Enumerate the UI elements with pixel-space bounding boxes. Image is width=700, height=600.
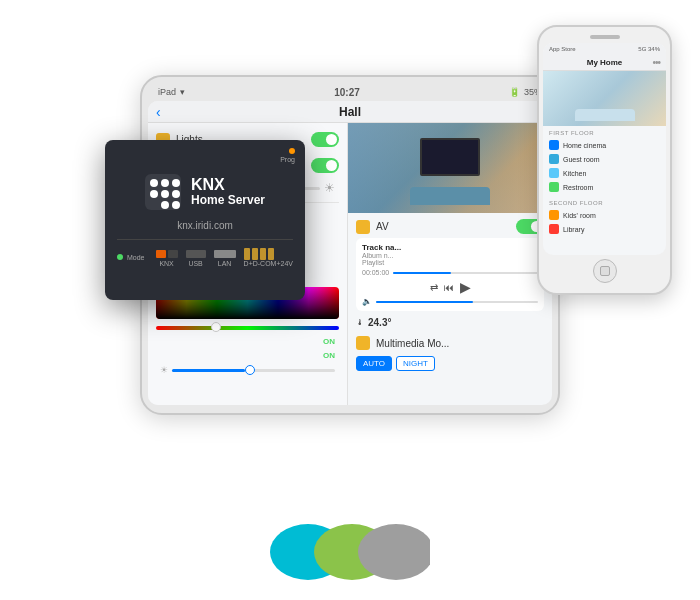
ipad-right-panel: ⤢ AV Track na... Album n... (348, 123, 552, 405)
library-label: Library (563, 226, 584, 233)
home-cinema-label: Home cinema (563, 142, 606, 149)
knx-product: Home Server (191, 193, 265, 207)
main-scene: iPad ▾ 10:27 🔋 35% ‹ Hall Lights (0, 0, 700, 490)
sun-large-icon: ☀ (324, 181, 335, 195)
temperature-row: 🌡 24.3° (356, 315, 544, 330)
room-kids-room[interactable]: Kids' room (549, 208, 660, 222)
night-mode-button[interactable]: NIGHT (396, 356, 435, 371)
room-kitchen[interactable]: Kitchen (549, 166, 660, 180)
music-controls: ⇄ ⏮ ▶ (362, 279, 538, 295)
screw-1 (244, 248, 250, 260)
multimedia-row: Multimedia Mo... (356, 334, 544, 352)
knx-dot-9 (172, 201, 180, 209)
elapsed-time: 00:05:00 (362, 269, 389, 276)
room-sofa (410, 187, 490, 205)
iphone-appstore: App Store (549, 46, 576, 52)
usb-connector (186, 250, 206, 258)
knx-bottom-panel: Mode KNX USB LAN (117, 239, 293, 267)
knx-mode-area: Mode (117, 254, 145, 261)
music-progress-row: 00:05:00 (362, 269, 538, 276)
room-guest-room[interactable]: Guest room (549, 152, 660, 166)
knx-logo-grid (145, 174, 181, 210)
screw-3 (260, 248, 266, 260)
guest-room-label: Guest room (563, 156, 600, 163)
room-library[interactable]: Library (549, 222, 660, 236)
knx-dot-7 (150, 201, 158, 209)
iphone-home-button[interactable] (593, 259, 617, 283)
iphone-home-inner (600, 266, 610, 276)
guest-room-icon (549, 154, 559, 164)
iphone-first-floor: FIRST FLOOR Home cinema Guest room Kitch… (543, 126, 666, 196)
temp-value: 24.3° (368, 317, 391, 328)
play-button[interactable]: ▶ (460, 279, 471, 295)
kids-room-icon (549, 210, 559, 220)
room-restroom[interactable]: Restroom (549, 180, 660, 194)
second-floor-label: SECOND FLOOR (549, 200, 660, 206)
bottom-sun-small: ☀ (160, 365, 168, 375)
knx-dot-8 (161, 201, 169, 209)
knx-connector-label: D+D-COM+24V (244, 260, 293, 267)
knx-port-knx-label: KNX (156, 260, 178, 267)
knx-prog-label: Prog (280, 156, 295, 163)
knx-lan-label: LAN (214, 260, 236, 267)
library-icon (549, 224, 559, 234)
mode-indicator (117, 254, 123, 260)
right-controls: AV Track na... Album n... Playlist 00:05… (348, 213, 552, 405)
bottom-slider-row: ☀ (156, 365, 339, 375)
shuffle-button[interactable]: ⇄ (430, 282, 438, 293)
room-tv (420, 138, 480, 176)
iphone-menu-dots[interactable]: ••• (652, 57, 660, 68)
av-icon (356, 220, 370, 234)
color-slider[interactable] (156, 326, 339, 330)
auto-mode-button[interactable]: AUTO (356, 356, 392, 371)
multimedia-label: Multimedia Mo... (376, 338, 544, 349)
on-label-1: ON (323, 337, 335, 346)
knx-brand: KNX (191, 176, 265, 194)
knx-url: knx.iridi.com (177, 220, 233, 231)
iphone-status-bar: App Store 5G 34% (543, 43, 666, 55)
volume-icon: 🔈 (362, 297, 372, 306)
kids-room-label: Kids' room (563, 212, 596, 219)
album-name: Album n... (362, 252, 538, 259)
on-label-2-row: ON (156, 351, 339, 360)
av-label: AV (376, 221, 510, 232)
iphone-title: My Home (587, 58, 623, 67)
ipad-status-left: iPad ▾ (158, 87, 185, 97)
music-section: Track na... Album n... Playlist 00:05:00… (356, 238, 544, 311)
track-name: Track na... (362, 243, 538, 252)
bottom-slider[interactable] (172, 369, 335, 372)
room-image: ⤢ (348, 123, 552, 213)
dimmer-toggle[interactable] (311, 158, 339, 173)
on-label-2: ON (323, 351, 335, 360)
knx-port-knx: KNX (156, 250, 178, 267)
prev-button[interactable]: ⏮ (444, 282, 454, 293)
knx-dot-4 (150, 190, 158, 198)
screw-4 (268, 248, 274, 260)
screw-2 (252, 248, 258, 260)
music-progress-bar[interactable] (393, 272, 538, 274)
temp-label: 🌡 (356, 318, 364, 327)
knx-usb-label: USB (186, 260, 206, 267)
color-slider-row (156, 324, 339, 332)
ipad-back-button[interactable]: ‹ (156, 104, 161, 120)
iphone-signal: 5G 34% (638, 46, 660, 52)
room-home-cinema[interactable]: Home cinema (549, 138, 660, 152)
restroom-label: Restroom (563, 184, 593, 191)
av-control-row: AV (356, 219, 544, 234)
knx-dot-6 (172, 190, 180, 198)
ipad-nav-bar: ‹ Hall (148, 101, 552, 123)
battery-icon: 🔋 (509, 87, 520, 97)
knx-text-block: KNX Home Server (191, 176, 265, 208)
volume-slider[interactable] (376, 301, 538, 303)
logo-bar (270, 522, 430, 582)
brand-logo (270, 522, 430, 582)
music-progress-fill (393, 272, 451, 274)
knx-terminal-red (156, 250, 166, 258)
lights-toggle[interactable] (311, 132, 339, 147)
ipad-status-bar: iPad ▾ 10:27 🔋 35% (148, 85, 552, 101)
playlist-name: Playlist (362, 259, 538, 266)
iphone-couch (575, 109, 635, 121)
knx-logo-area: KNX Home Server (145, 174, 265, 210)
knx-port-lan: LAN (214, 250, 236, 267)
knx-dot-1 (150, 179, 158, 187)
